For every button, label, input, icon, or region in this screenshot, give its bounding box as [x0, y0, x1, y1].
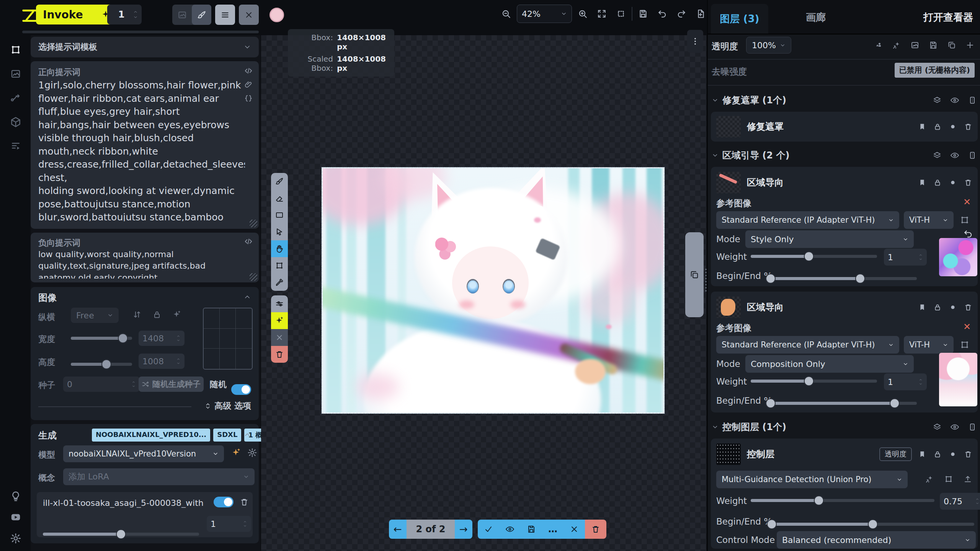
solo-view-icon[interactable]: [968, 422, 977, 432]
negative-prompt-input[interactable]: low quality,worst quality,normal quality…: [38, 249, 245, 279]
remove-reference-icon[interactable]: ✕: [963, 197, 971, 207]
opacity-dropdown[interactable]: 100%: [746, 37, 791, 54]
weight-stepper[interactable]: 1: [884, 373, 927, 390]
new-session-icon[interactable]: [692, 5, 709, 23]
random-seed-button[interactable]: 随机生成种子: [139, 377, 204, 392]
tab-workflows-icon[interactable]: [10, 92, 21, 104]
weight-slider[interactable]: [751, 499, 934, 502]
tool-generate[interactable]: [271, 312, 288, 329]
lora-weight-slider[interactable]: [43, 533, 199, 536]
staging-cancel-button[interactable]: [564, 520, 585, 539]
lock-icon[interactable]: [933, 122, 942, 131]
collapse-icon[interactable]: [243, 431, 251, 439]
tool-pan[interactable]: [271, 240, 288, 257]
save-all-icon[interactable]: [929, 41, 938, 50]
delete-layer-icon[interactable]: [964, 450, 972, 458]
optimize-size-icon[interactable]: [172, 310, 181, 319]
model-dropdown[interactable]: noobaiXLNAIXL_vPred10Version: [63, 445, 224, 462]
bookmark-icon[interactable]: [918, 303, 926, 311]
model-sparkle-icon[interactable]: [231, 448, 241, 458]
resize-grip-icon[interactable]: [250, 273, 257, 281]
zoom-level-dropdown[interactable]: 42%: [517, 5, 572, 23]
reference-image-thumbnail[interactable]: [939, 353, 977, 406]
lock-icon[interactable]: [933, 303, 942, 311]
tab-layers[interactable]: 图层 (3): [711, 4, 768, 34]
control-section-header[interactable]: 控制图层 (1个): [712, 419, 977, 435]
delete-layer-icon[interactable]: [964, 122, 972, 131]
add-control-layer-icon[interactable]: [892, 41, 901, 50]
tab-models-icon[interactable]: [10, 116, 21, 128]
tool-eraser[interactable]: [271, 190, 288, 207]
resize-grip-icon[interactable]: [250, 220, 257, 227]
tool-eyedropper[interactable]: [271, 274, 288, 291]
staging-preview-button[interactable]: [499, 520, 521, 539]
mode-dropdown[interactable]: Style Only: [745, 230, 914, 248]
add-raster-layer-icon[interactable]: [910, 41, 920, 50]
width-stepper[interactable]: 1408: [139, 331, 185, 346]
video-tutorials-icon[interactable]: [10, 511, 21, 523]
reference-image-thumbnail[interactable]: [939, 238, 977, 276]
weight-slider[interactable]: [751, 380, 877, 383]
reset-reference-icon[interactable]: [963, 229, 973, 239]
export-control-icon[interactable]: [963, 474, 972, 484]
duplicate-icon[interactable]: [947, 41, 956, 50]
menu-button[interactable]: [215, 5, 235, 25]
visibility-icon[interactable]: [950, 151, 959, 160]
iterations-stepper[interactable]: 1: [107, 5, 142, 24]
width-slider[interactable]: [71, 337, 132, 340]
begin-end-slider[interactable]: [768, 277, 917, 280]
delete-layer-icon[interactable]: [964, 178, 972, 187]
tool-bbox[interactable]: [271, 257, 288, 274]
tab-queue-icon[interactable]: [10, 140, 21, 152]
canvas-image[interactable]: [322, 167, 665, 414]
merge-layers-icon[interactable]: [933, 422, 942, 432]
negative-prompt-box[interactable]: 负向提示词 low quality,worst quality,normal q…: [31, 233, 259, 282]
invoke-button[interactable]: Invoke: [36, 5, 118, 24]
weight-stepper[interactable]: 0.75: [940, 493, 980, 510]
encoder-dropdown[interactable]: ViT-H: [904, 336, 954, 354]
random-seed-toggle[interactable]: [231, 384, 251, 395]
remove-reference-icon[interactable]: ✕: [963, 321, 971, 332]
settings-icon[interactable]: [10, 533, 21, 544]
lock-icon[interactable]: [933, 178, 942, 187]
control-model-dropdown[interactable]: Multi-Guidance Detection (Union Pro): [716, 471, 908, 488]
staging-next-button[interactable]: →: [455, 520, 472, 539]
code-embed-icon[interactable]: [244, 237, 253, 246]
lora-enabled-toggle[interactable]: [214, 497, 234, 507]
positive-prompt-input[interactable]: 1girl,solo,cherry blossoms,hair flower,p…: [38, 79, 245, 221]
aspect-dropdown[interactable]: Free: [71, 308, 119, 323]
weight-stepper[interactable]: 1: [884, 249, 927, 266]
visibility-icon[interactable]: [950, 422, 959, 432]
model-settings-icon[interactable]: [247, 448, 257, 458]
zoom-out-icon[interactable]: [498, 5, 514, 23]
merge-layers-icon[interactable]: [933, 151, 942, 160]
tool-cancel[interactable]: [271, 329, 288, 346]
bookmark-icon[interactable]: [918, 450, 926, 458]
canvas-mode-button[interactable]: [192, 5, 211, 25]
visibility-icon[interactable]: [950, 96, 959, 105]
staging-prev-button[interactable]: ←: [389, 520, 407, 539]
layer-opacity-badge[interactable]: 透明度: [879, 447, 912, 461]
bookmark-icon[interactable]: [918, 178, 926, 187]
process-filter-icon[interactable]: [925, 474, 934, 484]
solo-view-icon[interactable]: [968, 151, 977, 160]
fill-color-icon[interactable]: [949, 122, 957, 131]
ip-adapter-dropdown[interactable]: Standard Reference (IP Adapter ViT-H): [716, 336, 899, 354]
advanced-options[interactable]: 高级 选项: [204, 400, 251, 412]
fill-color-icon[interactable]: [949, 303, 957, 311]
begin-end-slider[interactable]: [768, 402, 917, 405]
regional-section-header[interactable]: 区域引导 (2 个): [712, 148, 977, 163]
fit-bbox-icon[interactable]: [612, 5, 629, 23]
control-mode-dropdown[interactable]: Balanced (recommended): [777, 531, 976, 549]
inpaint-section-header[interactable]: 修复遮罩 (1个): [712, 93, 977, 108]
tool-brush[interactable]: [271, 173, 288, 190]
add-layer-icon[interactable]: [965, 41, 975, 50]
tab-viewer-icon[interactable]: [10, 68, 21, 80]
ip-adapter-dropdown[interactable]: Standard Reference (IP Adapter ViT-H): [716, 211, 899, 229]
stepper-arrows-icon[interactable]: [132, 10, 139, 20]
lock-aspect-icon[interactable]: [152, 310, 162, 319]
fit-view-icon[interactable]: [593, 5, 610, 23]
color-swatch[interactable]: [270, 8, 284, 22]
tool-move[interactable]: [271, 223, 288, 240]
collapse-icon[interactable]: [243, 293, 251, 301]
